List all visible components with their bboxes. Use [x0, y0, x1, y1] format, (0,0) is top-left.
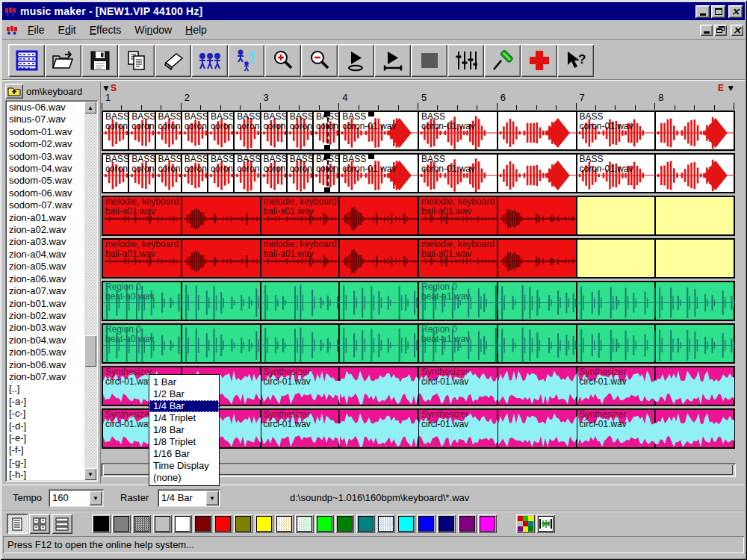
- file-item[interactable]: [..]: [7, 383, 84, 395]
- file-item[interactable]: [-a-]: [7, 396, 84, 408]
- color-swatch-olive[interactable]: [234, 514, 252, 533]
- color-swatch-purple[interactable]: [458, 514, 477, 533]
- track-object[interactable]: [498, 367, 577, 405]
- track-object[interactable]: [340, 410, 419, 447]
- close-button[interactable]: ×: [728, 5, 743, 18]
- zoom-in-button[interactable]: [264, 44, 301, 77]
- track-object[interactable]: BASScoron-01.wav: [156, 112, 182, 149]
- track-object[interactable]: [498, 282, 577, 320]
- color-swatch-gray[interactable]: [112, 514, 131, 533]
- track-object[interactable]: BASScoron-01.wav: [577, 155, 657, 192]
- track-object[interactable]: BASScoron-01.wav: [261, 112, 288, 149]
- menu-effects[interactable]: Effects: [83, 22, 128, 37]
- track-object[interactable]: Synthesizercircl-01.wav: [419, 410, 498, 447]
- track-object[interactable]: [498, 325, 577, 362]
- color-swatch-pale-blue-dither[interactable]: [376, 514, 395, 533]
- track-object[interactable]: BASScoron-01.wav: [103, 112, 129, 149]
- mdi-minimize-button[interactable]: [700, 25, 713, 36]
- track-object[interactable]: [498, 197, 577, 234]
- file-item[interactable]: sodom-07.wav: [7, 199, 84, 211]
- view-list-button[interactable]: [7, 514, 28, 534]
- color-swatch-cream-dither[interactable]: [275, 514, 294, 533]
- file-item[interactable]: zion-b07.wav: [7, 371, 84, 383]
- copy-button[interactable]: [118, 44, 155, 77]
- file-item[interactable]: zion-a04.wav: [7, 249, 84, 261]
- track-object[interactable]: [498, 112, 577, 149]
- track-object[interactable]: Region 0beat-a0.wav: [103, 282, 182, 320]
- color-swatch-teal[interactable]: [356, 514, 375, 533]
- view-grid-button[interactable]: [29, 514, 50, 534]
- track-object[interactable]: [182, 240, 261, 277]
- selection-handle[interactable]: [324, 111, 330, 116]
- track-object[interactable]: melodie, keyboardbali-a01.wav: [261, 197, 341, 234]
- track-object[interactable]: BASScoron-01.wav: [419, 112, 498, 149]
- track-object[interactable]: [656, 367, 735, 405]
- file-item[interactable]: sinus-07.wav: [7, 113, 84, 125]
- track-object[interactable]: [577, 240, 657, 277]
- maximize-button[interactable]: [711, 5, 725, 18]
- mixer-button[interactable]: [447, 44, 484, 77]
- menu-edit[interactable]: Edit: [52, 22, 83, 37]
- track-object[interactable]: BASScoron-01.wav: [103, 155, 129, 192]
- folder-up-button[interactable]: [5, 84, 23, 99]
- file-item[interactable]: zion-b06.wav: [7, 359, 84, 371]
- ungroup-button[interactable]: [228, 44, 264, 77]
- menu-file[interactable]: File: [21, 22, 52, 37]
- context-help-button[interactable]: ?: [557, 44, 594, 77]
- file-list-scrollbar[interactable]: ▲ ▼: [84, 102, 96, 480]
- scroll-down-arrow-icon[interactable]: ▼: [84, 468, 96, 480]
- color-swatch-green[interactable]: [315, 514, 334, 533]
- track-object[interactable]: BASScoron-01.wav: [235, 155, 261, 192]
- file-item[interactable]: zion-b02.wav: [7, 310, 84, 322]
- selection-handle[interactable]: [324, 187, 330, 193]
- selection-handle[interactable]: [324, 145, 330, 151]
- file-item[interactable]: [-f-]: [7, 444, 84, 456]
- color-swatch-cyan[interactable]: [397, 514, 415, 533]
- random-colors-button[interactable]: [516, 514, 535, 533]
- track-object[interactable]: melodie, keyboardbali-a01.wav: [419, 197, 498, 234]
- file-item[interactable]: zion-a07.wav: [7, 285, 84, 297]
- track-object[interactable]: [182, 197, 261, 234]
- color-swatch-red[interactable]: [214, 514, 232, 533]
- file-item[interactable]: zion-b03.wav: [7, 322, 84, 334]
- track-object[interactable]: [261, 325, 341, 362]
- track-object[interactable]: melodie, keyboardbali-a01.wav: [419, 240, 498, 277]
- track-object[interactable]: BASScoron-01.wav: [261, 155, 288, 192]
- color-swatch-silver[interactable]: [153, 514, 172, 533]
- track-object[interactable]: [340, 325, 419, 362]
- track-object[interactable]: melodie, keyboardbali-a01.wav: [261, 240, 341, 277]
- popup-item[interactable]: 1/4 Bar: [149, 400, 219, 412]
- group-button[interactable]: [191, 44, 228, 77]
- popup-item[interactable]: 1/4 Triplet: [149, 412, 219, 424]
- file-item[interactable]: sodom-05.wav: [7, 175, 84, 187]
- track-object[interactable]: [498, 240, 577, 277]
- play-once-button[interactable]: [338, 44, 374, 77]
- track-object[interactable]: BASScoron-01.wav: [288, 112, 314, 149]
- file-item[interactable]: zion-a03.wav: [7, 236, 84, 248]
- track-object[interactable]: [340, 197, 419, 234]
- track-object[interactable]: [261, 282, 341, 320]
- mdi-restore-button[interactable]: [714, 25, 727, 36]
- play-range-button[interactable]: [374, 44, 411, 77]
- track-object[interactable]: BASScoron-01.wav: [419, 155, 498, 192]
- track-object[interactable]: [656, 112, 735, 149]
- file-item[interactable]: [-h-]: [7, 469, 84, 480]
- track-object[interactable]: BASScoron-01.wav: [208, 155, 235, 192]
- color-swatch-dark-red[interactable]: [193, 514, 212, 533]
- stop-button[interactable]: [411, 44, 447, 77]
- track-object[interactable]: BASScoron-01.wav: [182, 155, 208, 192]
- file-item[interactable]: [-e-]: [7, 432, 84, 444]
- track-object[interactable]: Synthesizercircl-01.wav: [577, 367, 657, 405]
- popup-item[interactable]: 1/8 Triplet: [149, 436, 219, 448]
- popup-item[interactable]: (none): [149, 472, 219, 484]
- file-item[interactable]: sodom-02.wav: [7, 138, 84, 150]
- color-swatch-gray-dither[interactable]: [132, 514, 151, 533]
- file-item[interactable]: sodom-06.wav: [7, 187, 84, 199]
- document-logo-icon[interactable]: [6, 24, 18, 36]
- file-item[interactable]: sodom-04.wav: [7, 163, 84, 175]
- file-item[interactable]: zion-b04.wav: [7, 335, 84, 346]
- track-object[interactable]: [656, 240, 735, 277]
- track-object[interactable]: BASScoron-01.wav: [340, 155, 419, 192]
- file-item[interactable]: [-d-]: [7, 420, 84, 432]
- timeline-ruler[interactable]: ▼SE ▼12345678: [101, 82, 736, 111]
